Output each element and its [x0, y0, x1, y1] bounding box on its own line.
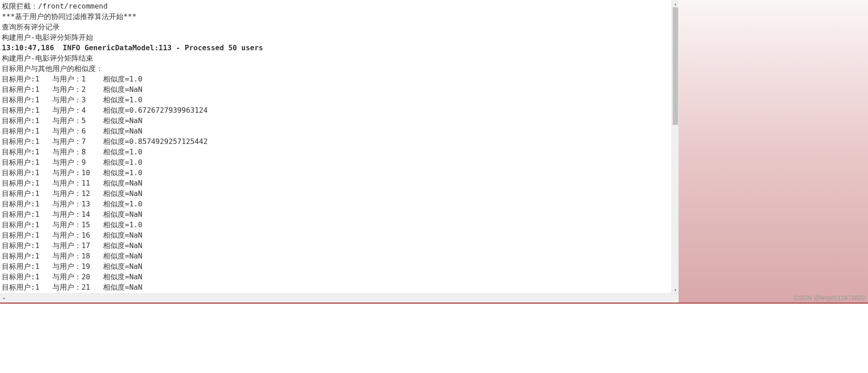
similarity-row: 目标用户:1 与用户：10 相似度=1.0 [2, 167, 677, 178]
vertical-scrollbar-thumb[interactable] [673, 7, 678, 125]
similarity-row: 目标用户:1 与用户：11 相似度=NaN [2, 178, 677, 188]
similarity-row: 目标用户:1 与用户：18 相似度=NaN [2, 251, 677, 261]
scroll-down-icon[interactable]: ▾ [672, 286, 679, 293]
similarity-row: 目标用户:1 与用户：2 相似度=NaN [2, 84, 677, 95]
similarity-row: 目标用户:1 与用户：17 相似度=NaN [2, 240, 677, 251]
console-line: 权限拦截：/front/recommend [2, 1, 677, 11]
scroll-up-icon[interactable]: ▴ [672, 0, 679, 7]
similarity-row: 目标用户:1 与用户：14 相似度=NaN [2, 209, 677, 220]
console-output[interactable]: 权限拦截：/front/recommend***基于用户的协同过滤推荐算法开始*… [0, 0, 679, 293]
similarity-row: 目标用户:1 与用户：19 相似度=NaN [2, 261, 677, 272]
scroll-left-icon[interactable]: ◂ [0, 294, 7, 302]
similarity-row: 目标用户:1 与用户：5 相似度=NaN [2, 115, 677, 126]
vertical-scrollbar[interactable]: ▴ ▾ [671, 0, 679, 293]
similarity-row: 目标用户:1 与用户：8 相似度=1.0 [2, 147, 677, 157]
console-line: 查询所有评分记录 [2, 22, 677, 32]
similarity-row: 目标用户:1 与用户：9 相似度=1.0 [2, 157, 677, 167]
similarity-row: 目标用户:1 与用户：7 相似度=0.8574929257125442 [2, 136, 677, 147]
similarity-row: 目标用户:1 与用户：20 相似度=NaN [2, 272, 677, 282]
similarity-row: 目标用户:1 与用户：12 相似度=NaN [2, 188, 677, 199]
similarity-row: 目标用户:1 与用户：16 相似度=NaN [2, 230, 677, 240]
right-gradient-panel [679, 0, 868, 303]
similarity-row: 目标用户:1 与用户：6 相似度=NaN [2, 126, 677, 136]
console-line: 目标用户与其他用户的相似度： [2, 63, 677, 74]
console-line: 构建用户-电影评分矩阵开始 [2, 32, 677, 43]
similarity-row: 目标用户:1 与用户：15 相似度=1.0 [2, 220, 677, 230]
blank-area [0, 304, 868, 373]
similarity-row: 目标用户:1 与用户：21 相似度=NaN [2, 282, 677, 292]
horizontal-scrollbar[interactable]: ◂ [0, 293, 679, 301]
watermark-text: CSDN @linge511873822 [794, 293, 865, 302]
similarity-row: 目标用户:1 与用户：1 相似度=1.0 [2, 74, 677, 84]
similarity-row: 目标用户:1 与用户：3 相似度=1.0 [2, 95, 677, 105]
console-line: 构建用户-电影评分矩阵结束 [2, 53, 677, 63]
similarity-row: 目标用户:1 与用户：13 相似度=1.0 [2, 199, 677, 209]
similarity-row: 目标用户:1 与用户：4 相似度=0.6726727939963124 [2, 105, 677, 115]
console-line: ***基于用户的协同过滤推荐算法开始*** [2, 11, 677, 22]
console-line: 13:10:47,186 INFO GenericDataModel:113 -… [2, 43, 677, 53]
